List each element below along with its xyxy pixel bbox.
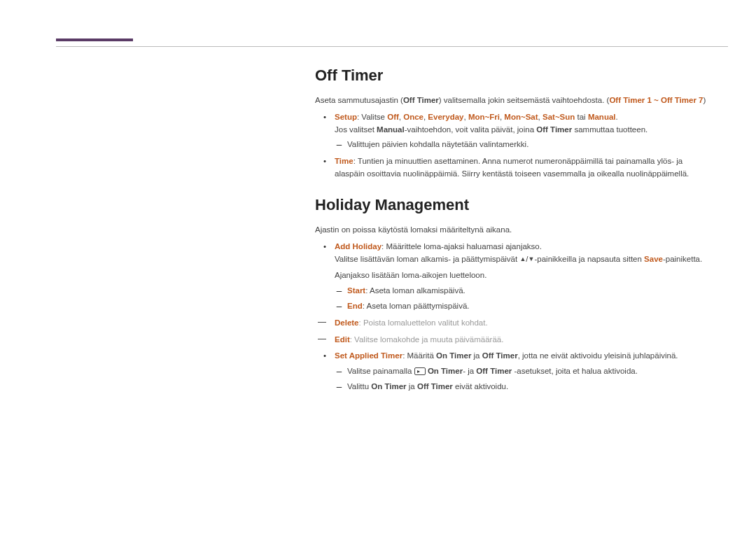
- holiday-sub-wrapper: Start: Aseta loman alkamispäivä. End: As…: [335, 285, 714, 313]
- text: : Määritä: [402, 351, 436, 360]
- text: -vaihtoehdon, voit valita päivät, joina: [405, 125, 537, 134]
- content-area: Off Timer Aseta sammutusajastin (Off Tim…: [315, 66, 714, 398]
- opt-manual: Manual: [588, 113, 616, 121]
- start-end-list: Start: Aseta loman alkamispäivä. End: As…: [335, 285, 714, 313]
- text: ja: [471, 351, 482, 360]
- opt-mon-fri: Mon~Fri: [468, 113, 500, 121]
- add-holiday-item: Add Holiday: Määrittele loma-ajaksi halu…: [335, 241, 714, 266]
- document-page: Off Timer Aseta sammutusajastin (Off Tim…: [0, 0, 756, 534]
- add-holiday-line3: Ajanjakso lisätään loma-aikojen luettelo…: [315, 269, 714, 282]
- holiday-list-cont: Start: Aseta loman alkamispäivä. End: As…: [315, 285, 714, 313]
- text: ja: [407, 382, 417, 391]
- opt-everyday: Everyday: [428, 113, 463, 121]
- end-label: End: [347, 302, 363, 310]
- text: : Määrittele loma-ajaksi haluamasi ajanj…: [382, 242, 542, 251]
- time-text: : Tuntien ja minuuttien asettaminen. Ann…: [335, 157, 689, 178]
- opt-sat-sun: Sat~Sun: [542, 113, 575, 121]
- text: - ja: [463, 367, 476, 375]
- edit-item: Edit: Valitse lomakohde ja muuta päivämä…: [335, 334, 714, 346]
- delete-item: Delete: Poista lomaluettelon valitut koh…: [335, 317, 714, 330]
- text: Valittu: [347, 382, 371, 391]
- delete-edit-list: Delete: Poista lomaluettelon valitut koh…: [315, 317, 714, 346]
- text: ): [703, 96, 706, 104]
- opt-off: Off: [387, 113, 399, 121]
- text: Valitse painamalla: [347, 367, 414, 375]
- text: -painiketta.: [663, 255, 702, 263]
- edit-label: Edit: [335, 335, 350, 344]
- text: : Aseta loman päättymispäivä.: [363, 302, 470, 310]
- enter-icon: [414, 367, 426, 375]
- setup-note: Valittujen päivien kohdalla näytetään va…: [347, 139, 714, 151]
- on-timer-term: On Timer: [436, 351, 471, 360]
- off-timer-term: Off Timer: [482, 351, 518, 360]
- opt-mon-sat: Mon~Sat: [504, 113, 538, 121]
- off-timer-term: Off Timer: [476, 367, 512, 375]
- add-holiday-label: Add Holiday: [335, 242, 382, 251]
- delete-label: Delete: [335, 318, 359, 327]
- manual-term: Manual: [377, 125, 405, 134]
- time-label: Time: [335, 157, 354, 165]
- text: Valitse lisättävän loman alkamis- ja pää…: [335, 255, 519, 263]
- set-applied-timer-list: Set Applied Timer: Määritä On Timer ja O…: [315, 350, 714, 393]
- holiday-section: Holiday Management Ajastin on poissa käy…: [315, 196, 714, 393]
- text: Jos valitset: [335, 125, 377, 134]
- sat-sub2: Valittu On Timer ja Off Timer eivät akti…: [347, 381, 714, 393]
- on-timer-term: On Timer: [371, 382, 406, 391]
- off-timer-term: Off Timer: [536, 125, 572, 134]
- holiday-list: Add Holiday: Määrittele loma-ajaksi halu…: [315, 241, 714, 266]
- time-item: Time: Tuntien ja minuuttien asettaminen.…: [335, 155, 714, 181]
- save-label: Save: [644, 255, 663, 263]
- setup-sublist: Valittujen päivien kohdalla näytetään va…: [335, 139, 714, 151]
- triangle-up-icon: ▲: [519, 255, 526, 262]
- off-timer-range: Off Timer 1 ~ Off Timer 7: [609, 96, 703, 104]
- off-timer-list: Setup: Valitse Off, Once, Everyday, Mon~…: [315, 111, 714, 181]
- off-timer-intro: Aseta sammutusajastin (Off Timer) valits…: [315, 94, 714, 107]
- text: -painikkeilla ja napsauta sitten: [534, 255, 644, 263]
- text: eivät aktivoidu.: [453, 382, 508, 391]
- sat-sublist: Valitse painamalla On Timer- ja Off Time…: [335, 365, 714, 393]
- header-accent-bar: [56, 38, 133, 41]
- text: Aseta sammutusajastin (: [315, 96, 403, 104]
- sat-sub1: Valitse painamalla On Timer- ja Off Time…: [347, 365, 714, 378]
- off-timer-term: Off Timer: [417, 382, 453, 391]
- text: , jotta ne eivät aktivoidu yleisinä juhl…: [518, 351, 678, 360]
- opt-once: Once: [403, 113, 424, 121]
- holiday-heading: Holiday Management: [315, 196, 714, 214]
- setup-item: Setup: Valitse Off, Once, Everyday, Mon~…: [335, 111, 714, 151]
- end-item: End: Aseta loman päättymispäivä.: [347, 300, 714, 313]
- text: : Valitse: [357, 113, 387, 121]
- setup-label: Setup: [335, 113, 357, 121]
- off-timer-heading: Off Timer: [315, 66, 714, 85]
- holiday-intro: Ajastin on poissa käytöstä lomaksi määri…: [315, 224, 714, 237]
- text: .: [616, 113, 618, 121]
- text: : Aseta loman alkamispäivä.: [365, 286, 465, 295]
- text: ) valitsemalla jokin seitsemästä vaihtoe…: [439, 96, 610, 104]
- set-applied-timer-item: Set Applied Timer: Määritä On Timer ja O…: [335, 350, 714, 393]
- text: tai: [575, 113, 588, 121]
- start-label: Start: [347, 286, 365, 295]
- off-timer-term: Off Timer: [403, 96, 439, 104]
- text: sammuttaa tuotteen.: [572, 125, 648, 134]
- edit-text: : Valitse lomakohde ja muuta päivämäärää…: [350, 335, 504, 344]
- delete-text: : Poista lomaluettelon valitut kohdat.: [359, 318, 488, 327]
- on-timer-term: On Timer: [428, 367, 463, 375]
- set-applied-timer-label: Set Applied Timer: [335, 351, 402, 360]
- text: -asetukset, joita et halua aktivoida.: [512, 367, 638, 375]
- start-item: Start: Aseta loman alkamispäivä.: [347, 285, 714, 297]
- header-divider: [56, 46, 728, 47]
